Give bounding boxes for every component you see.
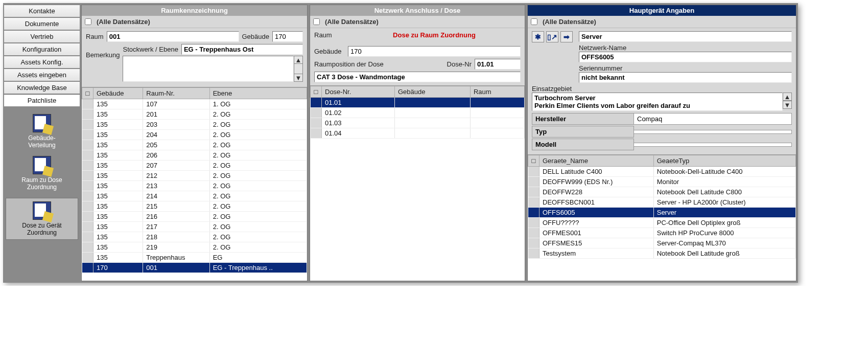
table-row[interactable]: 1352062. OG	[82, 150, 307, 161]
table-row[interactable]: DEOFFSBCN001Server - HP LA2000r (Cluster…	[528, 197, 796, 208]
kv-value[interactable]	[634, 130, 792, 134]
nav-assets-konfig-[interactable]: Assets Konfig.	[4, 56, 80, 69]
table-row[interactable]: DELL Latitude C400Notebook-Dell-Latitude…	[528, 167, 796, 177]
table-row[interactable]: 1352132. OG	[82, 181, 307, 191]
table-row[interactable]: 01.02	[311, 108, 525, 118]
col-header[interactable]: Raum-Nr.	[143, 88, 209, 99]
side-tool-label: Dose zu Gerät Zuordnung	[22, 222, 61, 236]
col-header[interactable]: Gebäude	[395, 86, 471, 98]
form-icon	[33, 114, 51, 132]
input-gebaeude[interactable]	[272, 31, 303, 42]
col-header[interactable]: Raum	[470, 86, 524, 98]
table-row[interactable]: 1352122. OG	[82, 171, 307, 181]
input-raum[interactable]	[107, 31, 239, 42]
panel2-heading: Dose zu Raum Zuordnung	[348, 31, 521, 39]
input-device-type[interactable]	[579, 31, 792, 42]
table-row[interactable]: 1352172. OG	[82, 222, 307, 232]
table-row[interactable]: 1352192. OG	[82, 242, 307, 253]
input-p2-gebaeude[interactable]	[348, 46, 521, 57]
select-all-checkbox[interactable]: □	[311, 86, 322, 98]
input-netname[interactable]	[579, 52, 792, 62]
table-row[interactable]: 1352162. OG	[82, 212, 307, 222]
panel1-allrecords-checkbox[interactable]	[85, 18, 91, 25]
panel3-title: Hauptgerät Angaben	[528, 5, 796, 16]
kv-value[interactable]	[634, 143, 792, 147]
nav-assets-eingeben[interactable]: Assets eingeben	[4, 69, 80, 81]
panel3-toolbar: ✱ ▯↗ ➡	[532, 31, 573, 42]
input-sn[interactable]	[579, 72, 792, 83]
col-header[interactable]: Ebene	[209, 88, 307, 99]
table-row[interactable]: 1352032. OG	[82, 120, 307, 130]
table-row[interactable]: 1352142. OG	[82, 191, 307, 201]
col-header[interactable]: GeaeteTyp	[653, 155, 795, 167]
label-p2-dosenr: Dose-Nr	[447, 60, 472, 68]
nav-kontakte[interactable]: Kontakte	[4, 5, 80, 17]
form-icon	[33, 201, 51, 220]
input-stockwerk[interactable]	[181, 44, 303, 55]
table-row[interactable]: DEOFFW228Notebook Dell Latitude C800	[528, 187, 796, 197]
nav-vertrieb[interactable]: Vertrieb	[4, 30, 80, 43]
table-row[interactable]: TestsystemNotebook Dell Latitude groß	[528, 248, 796, 259]
panel3-table[interactable]: □Geraete_NameGeaeteTypDELL Latitude C400…	[528, 154, 796, 281]
col-header[interactable]: Geraete_Name	[539, 155, 654, 167]
nav-patchliste[interactable]: Patchliste	[4, 94, 80, 107]
label-bemerkung: Bemerkung	[86, 44, 120, 59]
label-p2-raumpos: Raumposition der Dose	[314, 60, 444, 68]
table-row[interactable]: 170001EG - Treppenhaus ..	[82, 263, 307, 273]
table-row[interactable]: 01.04	[311, 128, 525, 139]
panel1-table[interactable]: □GebäudeRaum-Nr.Ebene1351071. OG1352012.…	[82, 87, 307, 281]
table-row[interactable]: 1352072. OG	[82, 161, 307, 171]
table-row[interactable]: 1352012. OG	[82, 109, 307, 120]
select-all-checkbox[interactable]: □	[528, 155, 539, 167]
nav-konfiguration[interactable]: Konfiguration	[4, 43, 80, 56]
kv-key: Typ	[532, 126, 634, 138]
label-sn: Seriennummer	[579, 64, 622, 72]
panel2-allrecords-checkbox[interactable]	[313, 18, 320, 25]
nav-dokumente[interactable]: Dokumente	[4, 17, 80, 30]
next-button[interactable]: ➡	[560, 31, 573, 42]
side-tool-2[interactable]: Dose zu Gerät Zuordnung	[6, 198, 78, 240]
label-raum: Raum	[86, 33, 104, 40]
bemerkung-scroll-up[interactable]: ▲	[294, 56, 303, 64]
kv-row: Typ	[532, 126, 792, 138]
table-row[interactable]: 1352052. OG	[82, 140, 307, 150]
textarea-bemerkung[interactable]	[123, 56, 294, 82]
select-all-checkbox[interactable]: □	[82, 88, 93, 99]
panel2-allrecords-label: (Alle Datensätze)	[325, 18, 379, 26]
einsatz-scroll-up[interactable]: ▲	[783, 93, 792, 101]
kv-row: HerstellerCompaq	[532, 113, 792, 125]
table-row[interactable]: 1352152. OG	[82, 201, 307, 212]
table-row[interactable]: 01.01	[311, 98, 525, 108]
side-tool-1[interactable]: Raum zu Dose Zuordnung	[6, 156, 78, 191]
label-p2-gebaeude: Gebäude	[314, 48, 345, 55]
table-row[interactable]: 1352182. OG	[82, 232, 307, 242]
panel3-allrecords-checkbox[interactable]	[531, 18, 537, 25]
einsatz-scroll-down[interactable]: ▼	[783, 101, 792, 109]
table-row[interactable]: OFFSMES15Server-Compaq ML370	[528, 238, 796, 248]
col-header[interactable]: Gebäude	[93, 88, 143, 99]
table-row[interactable]: OFFMES001Switch HP ProCurve 8000	[528, 228, 796, 238]
side-tool-0[interactable]: Gebäude- Verteilung	[6, 114, 78, 149]
sidebar: KontakteDokumenteVertriebKonfigurationAs…	[4, 4, 80, 282]
input-p2-raumpos[interactable]	[314, 72, 521, 82]
table-row[interactable]: DEOFFW999 (EDS Nr.)Monitor	[528, 177, 796, 187]
bemerkung-scroll-down[interactable]: ▼	[294, 74, 303, 82]
panel3-allrecords-label: (Alle Datensätze)	[543, 18, 596, 26]
panel1-title: Raumkennzeichnung	[82, 5, 307, 16]
table-row[interactable]: OFFS6005Server	[528, 208, 796, 218]
nav-knowledge-base[interactable]: Knowledge Base	[4, 81, 80, 94]
new-record-button[interactable]: ✱	[532, 31, 544, 42]
col-header[interactable]: Dose-Nr.	[322, 86, 395, 98]
table-row[interactable]: 1352042. OG	[82, 130, 307, 140]
textarea-einsatz[interactable]	[532, 93, 783, 111]
table-row[interactable]: 1351071. OG	[82, 99, 307, 109]
input-p2-dosenr[interactable]	[475, 59, 521, 70]
panel-hauptgeraet: Hauptgerät Angaben (Alle Datensätze) ✱ ▯…	[527, 5, 796, 281]
table-row[interactable]: OFFU?????PC-Office Dell Optiplex groß	[528, 218, 796, 228]
label-einsatz: Einsatzgebiet	[532, 85, 572, 93]
goto-button[interactable]: ▯↗	[546, 31, 558, 42]
table-row[interactable]: 135TreppenhausEG	[82, 253, 307, 263]
kv-value[interactable]: Compaq	[634, 113, 792, 125]
panel2-table[interactable]: □Dose-Nr.GebäudeRaum01.0101.0201.0301.04	[310, 85, 525, 281]
table-row[interactable]: 01.03	[311, 118, 525, 128]
